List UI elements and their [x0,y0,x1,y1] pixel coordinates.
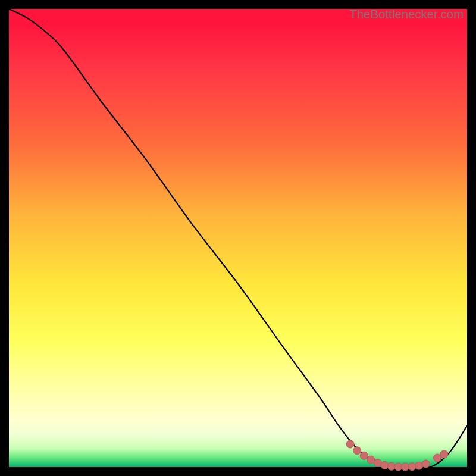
optimum-marker [422,460,430,468]
chart-frame: TheBottlenecker.com [9,9,467,467]
optimum-marker [440,450,448,458]
optimum-marker [346,440,354,448]
optimum-marker [381,461,389,469]
optimum-marker [402,463,409,471]
optimum-marker [408,463,416,471]
gradient-plot-area: TheBottlenecker.com [9,9,467,467]
optimum-marker [360,452,368,459]
optimum-marker [387,462,395,470]
optimum-marker [434,454,441,462]
curve-layer [9,9,467,467]
optimum-marker [415,462,423,469]
optimum-marker [367,456,375,464]
bottleneck-curve [9,9,467,468]
optimum-marker [353,447,361,455]
